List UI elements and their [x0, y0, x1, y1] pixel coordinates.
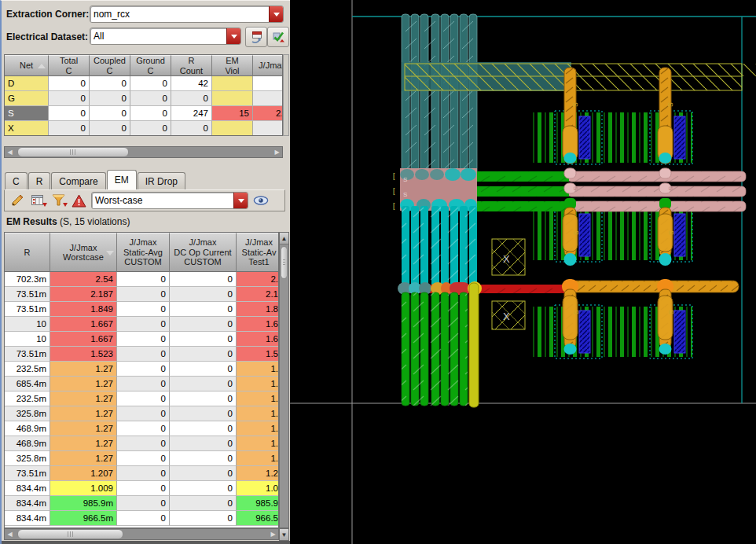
- net-row-S[interactable]: S000247152.5: [5, 106, 282, 121]
- cell: 0: [90, 106, 130, 121]
- cell: 0: [117, 362, 170, 377]
- cell: 0: [170, 347, 237, 362]
- scroll-right-icon[interactable]: ▶: [272, 147, 282, 157]
- tab-r[interactable]: R: [28, 172, 51, 189]
- em-result-row[interactable]: 834.4m985.9m00985.9: [5, 496, 278, 511]
- column-header-4[interactable]: RCount: [171, 55, 212, 76]
- column-header-3[interactable]: J/JmaxDC Op CurrentCUSTOM: [170, 233, 237, 272]
- view-mode-select[interactable]: Worst-case: [91, 192, 248, 209]
- scroll-left-icon[interactable]: ◀: [5, 147, 15, 157]
- layout-view[interactable]: S S S S: [290, 0, 756, 544]
- scrollbar-thumb[interactable]: [281, 246, 288, 279]
- net-d-vertical-bars[interactable]: [402, 14, 477, 176]
- cell: 0: [170, 421, 237, 436]
- cell: 15: [212, 106, 253, 121]
- scrollbar-thumb[interactable]: [17, 529, 123, 539]
- cell: 966.5m: [50, 511, 117, 526]
- net-green-bars[interactable]: [402, 292, 468, 406]
- column-header-5[interactable]: EMViol: [212, 55, 253, 76]
- table-config-button[interactable]: [30, 193, 46, 208]
- extraction-corner-select[interactable]: nom_rcx: [90, 6, 284, 23]
- net-s-orange-rail[interactable]: [567, 281, 739, 292]
- scroll-left-icon[interactable]: ◀: [5, 529, 15, 539]
- column-header-0[interactable]: R: [5, 233, 50, 272]
- em-analysis-window: Extraction Corner: nom_rcx Electrical Da…: [0, 0, 756, 544]
- nets-horizontal-scrollbar[interactable]: ◀ ▶: [4, 146, 283, 158]
- column-header-0[interactable]: Net: [5, 55, 49, 76]
- tab-ir-drop[interactable]: IR Drop: [138, 172, 185, 189]
- em-result-row[interactable]: 702.3m2.54002.: [5, 272, 278, 287]
- cell: 0: [117, 481, 170, 496]
- net-row-D[interactable]: D00042: [5, 76, 282, 91]
- column-header-text: Test1: [248, 257, 269, 267]
- cell: 0: [170, 511, 237, 526]
- column-header-4[interactable]: J/JmaxStatic-AvTest1: [237, 233, 279, 272]
- scroll-down-icon[interactable]: ▼: [279, 528, 289, 541]
- em-result-row[interactable]: 73.51m1.849001.8: [5, 302, 278, 317]
- x-marker-box[interactable]: X: [492, 239, 525, 275]
- chevron-down-icon[interactable]: [269, 6, 283, 22]
- electrical-dataset-select[interactable]: All: [90, 28, 241, 45]
- net-yellow-bar[interactable]: [469, 283, 479, 407]
- em-result-row[interactable]: 232.5m1.27001.: [5, 362, 278, 377]
- em-result-row[interactable]: 232.5m1.27001.: [5, 391, 278, 406]
- tab-compare[interactable]: Compare: [51, 172, 105, 189]
- em-result-row[interactable]: 468.9m1.27001.: [5, 436, 278, 451]
- em-result-row[interactable]: 73.51m1.207001.2: [5, 466, 278, 481]
- cell: 0: [170, 391, 237, 406]
- scroll-right-icon[interactable]: ▶: [268, 529, 278, 539]
- em-result-row[interactable]: 468.9m1.27001.: [5, 421, 278, 436]
- em-result-row[interactable]: 834.4m1.009001.0: [5, 481, 278, 496]
- em-horizontal-scrollbar[interactable]: ◀ ▶: [4, 528, 279, 540]
- em-result-row[interactable]: 325.8m1.27001.: [5, 406, 278, 421]
- em-result-row[interactable]: 101.667001.6: [5, 317, 278, 332]
- scroll-up-icon[interactable]: ▲: [280, 233, 288, 244]
- x-marker-box[interactable]: X: [492, 301, 525, 329]
- cell: D: [5, 76, 49, 91]
- load-dataset-button[interactable]: [245, 27, 267, 47]
- filter-button[interactable]: [50, 193, 66, 208]
- nets-vertical-scrollbar[interactable]: [283, 54, 289, 136]
- cell: 985.9: [237, 496, 279, 511]
- violations-button[interactable]: [71, 193, 86, 208]
- em-result-row[interactable]: 834.4m966.5m00966.5: [5, 511, 278, 526]
- em-result-row[interactable]: 325.8m1.27001.: [5, 451, 278, 466]
- em-vertical-scrollbar[interactable]: ▲: [279, 232, 289, 528]
- cell: 0: [117, 391, 170, 406]
- chevron-down-icon[interactable]: [233, 193, 248, 208]
- column-header-1[interactable]: J/JmaxWorstcase: [50, 233, 117, 272]
- column-header-2[interactable]: CoupledC: [90, 55, 130, 76]
- em-result-row[interactable]: 73.51m1.523001.5: [5, 347, 278, 362]
- layout-canvas[interactable]: S S S S: [290, 0, 756, 544]
- column-header-text: Static-Av: [242, 248, 277, 258]
- em-result-row[interactable]: 101.667001.6: [5, 332, 278, 347]
- net-s-via-block[interactable]: S S: [400, 168, 477, 211]
- chevron-down-icon[interactable]: [226, 28, 240, 44]
- column-header-2[interactable]: J/JmaxStatic-AvgCUSTOM: [117, 233, 170, 272]
- cell: 73.51m: [5, 347, 50, 362]
- column-header-text: Net: [20, 61, 33, 71]
- net-label-s: S: [403, 191, 407, 198]
- highlight-button[interactable]: [253, 193, 269, 208]
- validate-dataset-button[interactable]: [267, 27, 289, 47]
- cell: 2.187: [50, 287, 117, 302]
- cell: 1.009: [50, 481, 117, 496]
- net-s-green-rails[interactable]: [476, 171, 569, 211]
- column-header-6[interactable]: J/Jmax: [253, 55, 283, 76]
- edit-button[interactable]: [9, 193, 25, 208]
- net-s-pink-rails[interactable]: [567, 171, 746, 211]
- net-row-G[interactable]: G0000: [5, 91, 282, 106]
- cell: 325.8m: [5, 451, 50, 466]
- tab-em[interactable]: EM: [107, 170, 137, 189]
- em-result-row[interactable]: 73.51m2.187002.1: [5, 287, 278, 302]
- net-row-X[interactable]: X0000: [5, 121, 282, 136]
- net-d-route[interactable]: D: [402, 62, 756, 91]
- scrollbar-thumb[interactable]: [17, 147, 129, 157]
- column-header-3[interactable]: GroundC: [130, 55, 171, 76]
- em-result-row[interactable]: 685.4m1.27001.: [5, 377, 278, 391]
- cell: 1.27: [50, 406, 117, 421]
- cell: 1.2: [237, 466, 279, 481]
- column-header-1[interactable]: TotalC: [49, 55, 90, 76]
- net-cyan-bars[interactable]: [402, 206, 477, 289]
- tab-c[interactable]: C: [5, 172, 28, 189]
